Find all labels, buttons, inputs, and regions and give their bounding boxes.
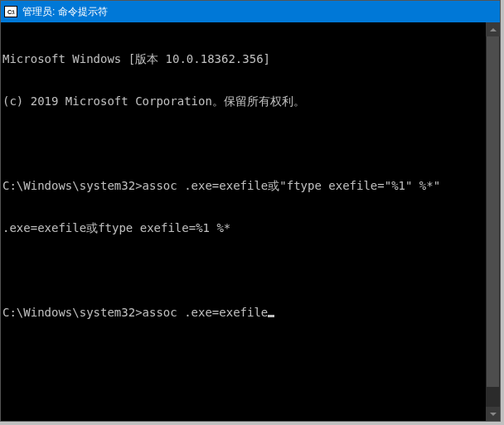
command-prompt-window: C:\ 管理员: 命令提示符 Microsoft Windows [版本 10.… xyxy=(0,0,501,422)
titlebar[interactable]: C:\ 管理员: 命令提示符 xyxy=(1,1,500,22)
scrollbar-thumb[interactable] xyxy=(487,36,499,387)
output-line xyxy=(2,263,498,278)
scroll-up-button[interactable] xyxy=(486,22,500,36)
cursor xyxy=(268,315,274,317)
chevron-down-icon xyxy=(490,413,497,416)
output-line xyxy=(2,137,498,151)
scrollbar[interactable] xyxy=(486,22,500,421)
cmd-icon: C:\ xyxy=(4,6,17,17)
scroll-down-button[interactable] xyxy=(486,407,500,421)
output-line: .exe=exefile或ftype exefile=%1 %* xyxy=(2,221,498,235)
output-line: C:\Windows\system32>assoc .exe=exefile或"… xyxy=(2,179,498,193)
output-line: Microsoft Windows [版本 10.0.18362.356] xyxy=(2,52,498,66)
output-line: (c) 2019 Microsoft Corporation。保留所有权利。 xyxy=(2,94,498,109)
command-input[interactable]: assoc .exe=exefile xyxy=(143,306,269,319)
prompt-text: C:\Windows\system32> xyxy=(2,306,143,319)
window-title: 管理员: 命令提示符 xyxy=(22,5,108,19)
chevron-up-icon xyxy=(490,28,497,31)
prompt-line: C:\Windows\system32>assoc .exe=exefile xyxy=(2,306,498,320)
terminal-area[interactable]: Microsoft Windows [版本 10.0.18362.356] (c… xyxy=(1,22,500,421)
